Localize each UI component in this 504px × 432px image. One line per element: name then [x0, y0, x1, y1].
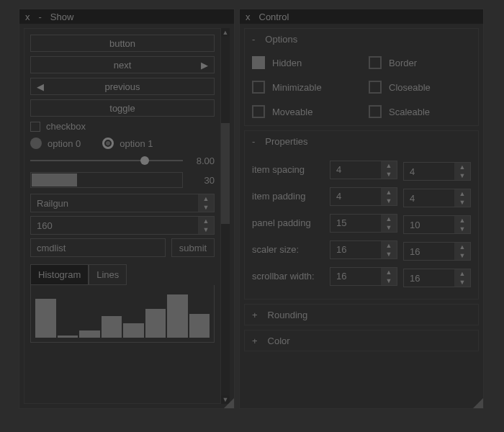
- collapse-icon: -: [252, 34, 255, 45]
- slider[interactable]: [30, 155, 183, 166]
- scrollbar-thumb[interactable]: [221, 123, 230, 224]
- combo-spinner[interactable]: ▲▼: [198, 194, 214, 212]
- panel-padding-y[interactable]: 10▲▼: [403, 215, 471, 234]
- opt-border-checkbox[interactable]: [369, 56, 382, 69]
- panel-padding-x[interactable]: 15▲▼: [330, 214, 397, 233]
- checkbox-label: checkbox: [46, 121, 86, 132]
- opt-close-checkbox[interactable]: [369, 81, 382, 94]
- submit-button[interactable]: submit: [171, 238, 215, 257]
- show-titlebar[interactable]: x - Show: [19, 9, 234, 24]
- item-spacing-y[interactable]: 4▲▼: [403, 162, 471, 181]
- tab-lines[interactable]: Lines: [89, 264, 127, 285]
- opt-scale-label: Scaleable: [389, 107, 430, 117]
- chevron-down-icon[interactable]: ▼: [381, 197, 397, 205]
- radio-option-1[interactable]: [102, 138, 114, 149]
- section-properties: - Properties item spacing 4▲▼ 4▲▼ item p…: [244, 130, 479, 300]
- chart-tabs: Histogram Lines: [30, 264, 215, 285]
- item-padding-x[interactable]: 4▲▼: [330, 187, 397, 206]
- button-button[interactable]: button: [30, 35, 215, 52]
- rounding-title: Rounding: [268, 310, 308, 320]
- chevron-up-icon[interactable]: ▲: [454, 243, 470, 251]
- chevron-up-icon[interactable]: ▲: [381, 161, 397, 170]
- prop-label: item padding: [252, 191, 324, 202]
- chevron-down-icon[interactable]: ▼: [198, 203, 214, 212]
- radio-label-1: option 1: [120, 138, 153, 149]
- options-header[interactable]: - Options: [245, 29, 469, 49]
- control-title: Control: [259, 12, 289, 22]
- chevron-down-icon[interactable]: ▼: [381, 170, 397, 179]
- collapse-icon: -: [252, 136, 255, 147]
- scaler-size-y[interactable]: 16▲▼: [403, 242, 471, 261]
- checkbox[interactable]: [30, 122, 40, 132]
- chevron-up-icon[interactable]: ▲: [381, 241, 397, 250]
- chevron-down-icon[interactable]: ▼: [454, 171, 470, 180]
- show-title: Show: [50, 12, 74, 22]
- chevron-down-icon[interactable]: ▼: [454, 225, 470, 233]
- chevron-down-icon[interactable]: ▼: [381, 276, 397, 285]
- spinner-value: 160: [31, 217, 198, 234]
- close-icon[interactable]: x: [25, 12, 30, 22]
- item-spacing-x[interactable]: 4▲▼: [330, 161, 397, 179]
- section-options: - Options Hidden Border Minimizable Clos…: [244, 28, 479, 126]
- number-spinner[interactable]: ▲▼: [198, 217, 214, 234]
- progressbar[interactable]: [30, 172, 183, 188]
- opt-border-label: Border: [389, 58, 417, 68]
- scrollbar-w-x[interactable]: 16▲▼: [330, 267, 397, 286]
- previous-button[interactable]: ◀previous: [30, 78, 215, 95]
- opt-minim-checkbox[interactable]: [252, 81, 265, 94]
- show-window: x - Show button next▶ ◀previous toggle c…: [19, 9, 235, 409]
- rounding-header[interactable]: + Rounding: [245, 305, 469, 325]
- chevron-up-icon[interactable]: ▲: [198, 194, 214, 203]
- section-color: + Color: [244, 330, 479, 351]
- opt-scale-checkbox[interactable]: [369, 105, 382, 118]
- properties-header[interactable]: - Properties: [245, 131, 469, 151]
- chevron-up-icon[interactable]: ▲: [454, 216, 470, 225]
- chevron-up-icon[interactable]: ▲: [454, 269, 470, 278]
- next-button[interactable]: next▶: [30, 56, 215, 73]
- chevron-up-icon[interactable]: ▲: [198, 217, 214, 225]
- spinner-160[interactable]: 160 ▲▼: [30, 216, 215, 235]
- chevron-down-icon[interactable]: ▼: [381, 250, 397, 258]
- prop-label: item spacing: [252, 164, 324, 175]
- section-rounding: + Rounding: [244, 304, 479, 325]
- minimize-icon[interactable]: -: [39, 12, 42, 22]
- chevron-down-icon[interactable]: ▼: [454, 278, 470, 287]
- chevron-up-icon[interactable]: ▲: [381, 268, 397, 276]
- chevron-up-icon[interactable]: ▲: [381, 215, 397, 223]
- resize-grip[interactable]: [224, 398, 234, 408]
- scrollbar[interactable]: ▲ ▼: [221, 28, 230, 404]
- expand-icon: +: [252, 336, 258, 346]
- scroll-up-icon[interactable]: ▲: [221, 28, 230, 37]
- slider-value: 8.00: [189, 156, 215, 166]
- scaler-size-x[interactable]: 16▲▼: [330, 240, 397, 259]
- chevron-down-icon[interactable]: ▼: [198, 225, 214, 234]
- scrollbar-w-y[interactable]: 16▲▼: [403, 269, 471, 287]
- resize-grip[interactable]: [473, 398, 483, 408]
- triangle-right-icon: ▶: [201, 60, 208, 71]
- chevron-down-icon[interactable]: ▼: [454, 251, 470, 260]
- item-padding-y[interactable]: 4▲▼: [403, 189, 471, 207]
- control-titlebar[interactable]: x Control: [240, 9, 483, 24]
- radio-label-0: option 0: [48, 138, 81, 149]
- chevron-up-icon[interactable]: ▲: [454, 189, 470, 198]
- color-header[interactable]: + Color: [245, 330, 469, 351]
- prop-label: scrollbar width:: [252, 271, 324, 282]
- chevron-down-icon[interactable]: ▼: [454, 198, 470, 207]
- combo-railgun[interactable]: Railgun ▲▼: [30, 194, 215, 212]
- chevron-up-icon[interactable]: ▲: [381, 188, 397, 197]
- close-icon[interactable]: x: [246, 12, 251, 22]
- opt-move-label: Moveable: [272, 107, 312, 117]
- options-title: Options: [265, 34, 297, 45]
- slider-knob[interactable]: [140, 156, 149, 165]
- chevron-down-icon[interactable]: ▼: [381, 223, 397, 232]
- opt-move-checkbox[interactable]: [252, 105, 265, 118]
- histogram-chart: [30, 285, 215, 343]
- toggle-button[interactable]: toggle: [30, 99, 215, 117]
- radio-option-0[interactable]: [30, 138, 42, 149]
- tab-histogram[interactable]: Histogram: [30, 264, 89, 285]
- cmd-input[interactable]: cmdlist: [30, 238, 166, 257]
- color-title: Color: [268, 336, 290, 346]
- opt-hidden-checkbox[interactable]: [252, 56, 265, 69]
- opt-minim-label: Minimizable: [272, 82, 322, 93]
- chevron-up-icon[interactable]: ▲: [454, 163, 470, 171]
